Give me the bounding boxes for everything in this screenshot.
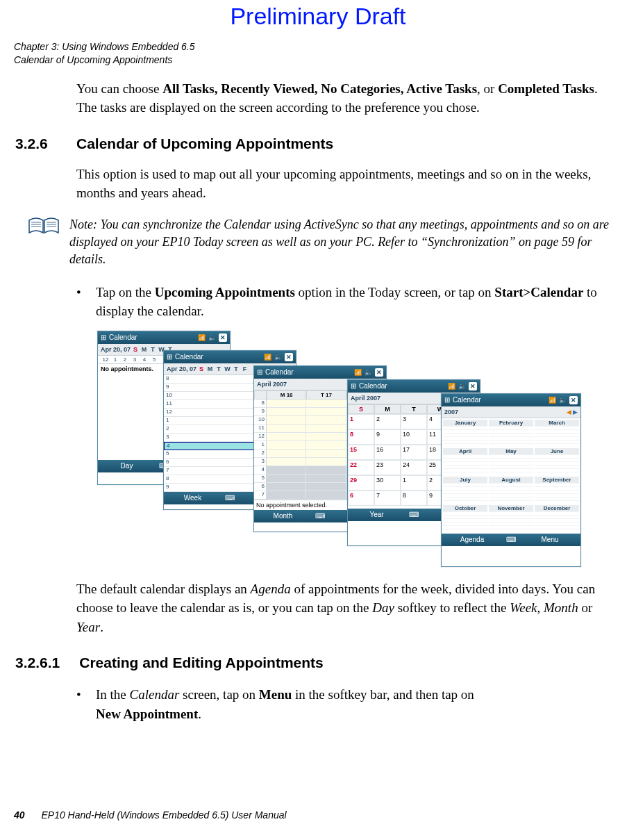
italic-calendar: Calendar (130, 687, 180, 702)
day-t: T (149, 346, 156, 353)
footer-title: EP10 Hand-Held (Windows Embedded 6.5) Us… (41, 809, 286, 821)
start-flag-icon: ⊞ (257, 368, 262, 376)
day-cell: 17 (401, 445, 427, 460)
after-figure-paragraph: The default calendar displays an Agenda … (76, 579, 615, 637)
text: The default calendar displays an (76, 582, 251, 596)
bullet-dot-icon: • (76, 283, 83, 321)
hour-label: 9 (254, 408, 267, 416)
close-icon: ✕ (375, 368, 383, 377)
day-cell: 16 (374, 445, 401, 460)
text: softkey to reflect the (394, 600, 510, 615)
day-cell: 8 (348, 429, 374, 445)
date-label: Apr 20, 07 (101, 346, 131, 353)
bold-new-appointment: New Appointment (96, 707, 198, 721)
text: Tap on the (96, 285, 155, 299)
heading-title: Creating and Editing Appointments (79, 654, 324, 671)
close-icon: ✕ (569, 396, 578, 404)
bullet-dot-icon: • (76, 685, 83, 723)
close-icon: ✕ (469, 382, 477, 390)
volume-icon: 🔈 (365, 369, 372, 376)
prev-icon: ◀ (567, 409, 571, 415)
hour-label: 2 (254, 450, 267, 458)
close-icon: ✕ (219, 333, 227, 342)
day-m: M (141, 346, 148, 353)
month-label: April 2007 (351, 395, 380, 402)
month-name: October (443, 505, 487, 511)
bold-all-tasks: All Tasks, Recently Viewed, No Categorie… (162, 81, 477, 96)
month-name: August (489, 477, 533, 483)
softkey-left: Week (164, 494, 221, 502)
month-name: April (443, 448, 487, 454)
date-label: Apr 20, 07 (167, 365, 196, 372)
month-name: May (489, 448, 533, 454)
window-title: Calendar (359, 382, 445, 390)
n: 3 (130, 356, 140, 363)
n: 4 (140, 356, 149, 363)
note-text: Note: You can synchronize the Calendar u… (69, 216, 615, 269)
close-icon: ✕ (285, 353, 293, 361)
signal-icon: 📶 (198, 334, 206, 341)
screenshot-year-view: ⊞ Calendar 📶 🔈 ✕ 2007 ◀ ▶ January Februa… (441, 393, 581, 567)
month-name: November (489, 505, 533, 511)
volume-icon: 🔈 (208, 334, 216, 341)
day-cell: 24 (401, 460, 427, 475)
hour-label: 8 (254, 400, 267, 408)
next-icon: ▶ (573, 409, 578, 415)
day-headers: S M T W T F (198, 365, 249, 372)
titlebar: ⊞ Calendar 📶 🔈 ✕ (442, 394, 580, 406)
running-head-line2: Calendar of Upcoming Appointments (14, 53, 622, 67)
month-name: December (535, 505, 579, 511)
d: T (233, 365, 240, 372)
text: , or (477, 81, 498, 96)
watermark-preliminary-draft: Preliminary Draft (0, 3, 636, 30)
text: option in the Today screen, or tap on (295, 285, 494, 299)
signal-icon: 📶 (354, 369, 362, 376)
hour-label: 3 (254, 458, 267, 466)
keyboard-icon: ⌨ (503, 536, 519, 543)
signal-icon: 📶 (549, 397, 556, 404)
book-icon (28, 216, 60, 236)
month-name: March (535, 420, 579, 426)
month-name: September (535, 477, 579, 483)
hour-label: 11 (254, 425, 267, 433)
hour-label: 4 (254, 466, 267, 475)
text: . (100, 620, 103, 634)
hour-label: 5 (254, 475, 267, 483)
bullet-text: In the Calendar screen, tap on Menu in t… (96, 685, 474, 723)
day-cell: 23 (374, 460, 401, 475)
text: . (198, 707, 201, 721)
hour-label: 1 (254, 441, 267, 450)
signal-icon: 📶 (448, 383, 455, 390)
col-head: M 16 (267, 390, 306, 400)
heading-number: 3.2.6 (14, 135, 57, 152)
day-cell: 1 (348, 414, 374, 429)
body-column: You can choose All Tasks, Recently Viewe… (76, 79, 615, 724)
softkey-left: Month (254, 512, 312, 520)
col-head: S (348, 404, 374, 414)
start-flag-icon: ⊞ (167, 353, 172, 361)
hour-label: 6 (254, 483, 267, 491)
titlebar: ⊞ Calendar 📶 🔈 ✕ (254, 366, 386, 379)
intro-paragraph: You can choose All Tasks, Recently Viewe… (76, 79, 615, 117)
col-head: M (374, 404, 401, 414)
note-body: You can synchronize the Calendar using A… (69, 217, 609, 266)
day-cell: 15 (348, 445, 374, 460)
softkey-bar: Agenda ⌨ Menu (442, 534, 580, 546)
window-title: Calendar (175, 353, 261, 361)
heading-3-2-6-paragraph: This option is used to map out all your … (76, 165, 615, 203)
d: M (207, 365, 214, 372)
volume-icon: 🔈 (458, 383, 466, 390)
day-cell: 10 (401, 429, 427, 445)
italic-day: Day (372, 600, 394, 615)
page: Preliminary Draft Chapter 3: Using Windo… (0, 0, 636, 840)
day-cell: 6 (348, 491, 374, 506)
keyboard-icon: ⌨ (405, 511, 422, 518)
day-cell: 30 (374, 475, 401, 491)
page-number: 40 (14, 809, 25, 821)
n: 12 (101, 356, 110, 363)
n: 1 (110, 356, 120, 363)
start-flag-icon: ⊞ (351, 382, 356, 390)
n: 2 (120, 356, 130, 363)
softkey-left: Year (348, 511, 405, 518)
softkey-menu: Menu (519, 536, 580, 543)
